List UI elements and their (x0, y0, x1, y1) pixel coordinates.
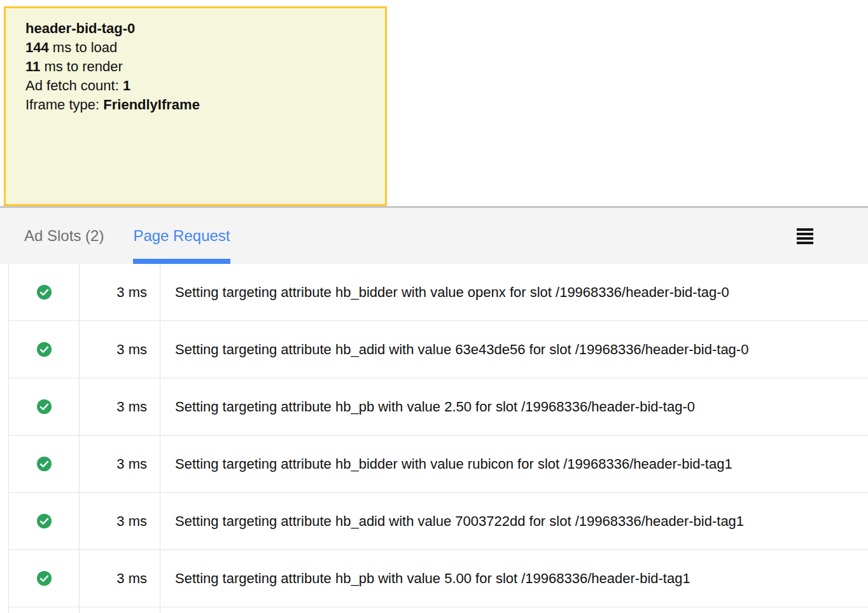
status-cell (9, 378, 79, 435)
iframe-type-line: Iframe type: FriendlyIframe (25, 95, 374, 114)
render-time-line: 11 ms to render (25, 57, 374, 76)
table-row-partial (9, 607, 868, 613)
success-check-icon (37, 285, 52, 300)
load-time-line: 144 ms to load (25, 38, 374, 57)
table-row: 3 ms Setting targeting attribute hb_pb w… (9, 378, 868, 436)
status-cell (9, 264, 79, 320)
tab-page-request[interactable]: Page Request (133, 208, 230, 264)
table-row: 3 ms Setting targeting attribute hb_bidd… (9, 264, 868, 321)
status-cell (9, 550, 79, 607)
iframe-type-label: Iframe type: (25, 97, 103, 113)
success-check-icon (37, 514, 52, 528)
table-row: 3 ms Setting targeting attribute hb_adid… (9, 493, 868, 550)
table-row: 3 ms Setting targeting attribute hb_bidd… (9, 436, 868, 493)
success-check-icon (37, 342, 52, 357)
log-view-toggle-button[interactable] (797, 228, 813, 244)
log-time: 3 ms (79, 550, 160, 607)
tab-ad-slots-label: Ad Slots (2) (24, 227, 104, 245)
success-check-icon (37, 457, 52, 471)
table-row: 3 ms Setting targeting attribute hb_pb w… (9, 550, 868, 607)
iframe-type-value: FriendlyIframe (103, 97, 200, 113)
page-request-log-table: 3 ms Setting targeting attribute hb_bidd… (8, 264, 868, 613)
tab-ad-slots[interactable]: Ad Slots (2) (24, 208, 104, 264)
log-time: 3 ms (79, 493, 160, 549)
success-check-icon (37, 399, 52, 414)
log-message: Setting targeting attribute hb_adid with… (160, 493, 868, 549)
publisher-console-panel: Ad Slots (2) Page Request 3 ms Setting t… (0, 206, 868, 613)
log-message: Setting targeting attribute hb_pb with v… (160, 550, 868, 607)
slot-info-overlay: header-bid-tag-0 144 ms to load 11 ms to… (4, 6, 387, 206)
load-time-label: ms to load (49, 39, 118, 55)
log-time: 3 ms (79, 378, 160, 435)
log-message: Setting targeting attribute hb_bidder wi… (160, 264, 868, 320)
status-cell (9, 493, 79, 549)
success-check-icon (37, 571, 52, 586)
render-time-label: ms to render (40, 59, 123, 74)
console-tab-bar: Ad Slots (2) Page Request (0, 208, 868, 264)
log-message: Setting targeting attribute hb_bidder wi… (160, 436, 868, 492)
log-time: 3 ms (79, 436, 160, 492)
list-menu-icon (797, 228, 813, 231)
load-time-value: 144 (25, 39, 49, 55)
log-message: Setting targeting attribute hb_adid with… (160, 321, 868, 378)
status-cell (9, 436, 79, 492)
ad-fetch-count-value: 1 (123, 78, 130, 93)
log-message: Setting targeting attribute hb_pb with v… (160, 378, 868, 435)
tab-page-request-label: Page Request (133, 227, 230, 245)
ad-fetch-count-line: Ad fetch count: 1 (25, 76, 374, 95)
table-row: 3 ms Setting targeting attribute hb_adid… (9, 321, 868, 378)
slot-title: header-bid-tag-0 (25, 19, 374, 38)
status-cell (9, 321, 79, 378)
ad-fetch-count-label: Ad fetch count: (25, 78, 123, 93)
log-time: 3 ms (79, 321, 160, 378)
render-time-value: 11 (25, 59, 40, 74)
log-time: 3 ms (79, 264, 160, 320)
